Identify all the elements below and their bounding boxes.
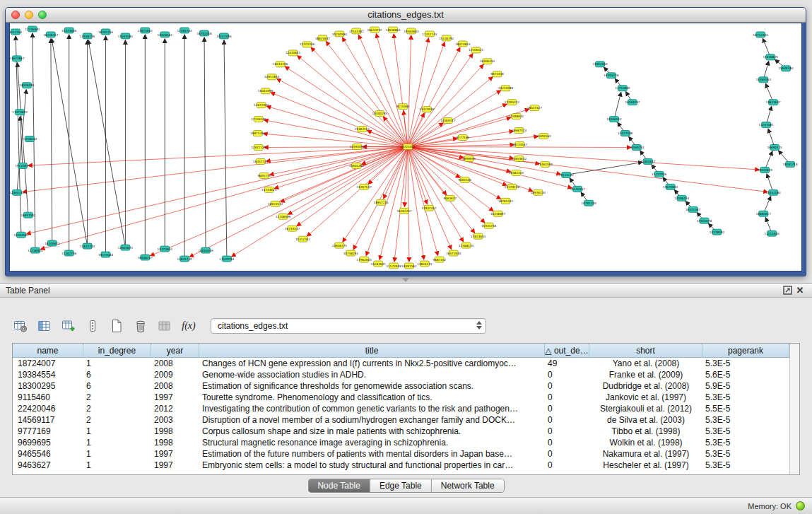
graph-node-label: 15708264	[22, 137, 37, 141]
graph-edge[interactable]	[285, 66, 408, 146]
graph-edge[interactable]	[51, 39, 52, 243]
show-columns-icon[interactable]	[34, 317, 55, 336]
function-builder-icon[interactable]: f(x)	[178, 317, 199, 336]
graph-edge[interactable]	[408, 38, 428, 147]
new-table-icon[interactable]	[106, 317, 127, 336]
graph-edge[interactable]	[408, 123, 443, 147]
network-canvas[interactable]: 1872400719384554183002959115460224200461…	[9, 23, 802, 271]
graph-edge[interactable]	[52, 39, 87, 246]
table-select-value: citations_edges.txt	[218, 321, 288, 331]
graph-edge[interactable]	[271, 93, 408, 147]
table-row[interactable]: 1456911722003Disruption of a novel membe…	[13, 414, 789, 426]
row-height-icon[interactable]	[82, 317, 103, 336]
tab-edge-table[interactable]: Edge Table	[370, 479, 432, 492]
import-table-icon[interactable]	[154, 317, 175, 336]
table-row[interactable]: 911546021997Tourette syndrome. Phenomeno…	[13, 392, 789, 403]
graph-edge[interactable]	[408, 147, 767, 192]
graph-edge[interactable]	[270, 147, 408, 175]
column-header-short[interactable]: short	[589, 344, 702, 357]
graph-edge[interactable]	[307, 147, 408, 237]
graph-edge[interactable]	[264, 147, 408, 148]
graph-node-label: 14378092	[710, 230, 725, 234]
graph-edge[interactable]	[274, 147, 408, 189]
table-row[interactable]: 946362711997Embryonic stem cells: a mode…	[13, 460, 789, 471]
graph-edge[interactable]	[376, 34, 408, 147]
graph-edge[interactable]	[408, 147, 493, 211]
panel-resize-handle[interactable]	[396, 277, 416, 283]
graph-edge[interactable]	[394, 34, 408, 147]
close-panel-icon[interactable]: ✕	[794, 285, 806, 296]
float-panel-icon[interactable]	[781, 285, 794, 296]
graph-edge[interactable]	[404, 147, 408, 207]
table-cell: Tourette syndrome. Phenomenology and cla…	[199, 392, 545, 403]
graph-node-label: 12515152	[559, 173, 575, 177]
table-select-combo[interactable]: citations_edges.txt	[211, 318, 486, 334]
graph-edge[interactable]	[408, 42, 445, 147]
graph-edge[interactable]	[408, 47, 460, 146]
graph-edge[interactable]	[408, 147, 464, 242]
graph-edge[interactable]	[408, 117, 511, 146]
graph-node-label: 18765432	[498, 199, 514, 203]
window-titlebar[interactable]: citations_edges.txt	[6, 8, 806, 23]
table-row[interactable]: 1830029562008Estimation of significance …	[13, 380, 789, 392]
table-row[interactable]: 1872400712008Changes of HCN gene express…	[13, 358, 789, 369]
graph-edge[interactable]	[342, 37, 408, 146]
graph-edge[interactable]	[224, 40, 227, 259]
create-column-icon[interactable]	[58, 317, 79, 336]
graph-edge[interactable]	[16, 36, 21, 235]
table-cell: 0	[545, 460, 589, 471]
minimize-button[interactable]	[25, 11, 33, 19]
graph-edge[interactable]	[20, 117, 23, 166]
graph-node-label: 18880617	[756, 212, 772, 216]
table-cell: 1997	[151, 460, 199, 471]
graph-edge[interactable]	[408, 147, 438, 256]
graph-node-label: 13846275	[332, 244, 348, 247]
graph-edge[interactable]	[408, 147, 409, 262]
graph-edge[interactable]	[204, 37, 206, 250]
graph-edge[interactable]	[408, 35, 411, 147]
column-header-title[interactable]: title	[199, 344, 545, 357]
graph-edge[interactable]	[408, 64, 483, 146]
table-cell: 0	[545, 403, 589, 414]
graph-node-label: 12468135	[459, 244, 474, 247]
column-header-in_degree[interactable]: in_degree	[83, 344, 151, 357]
table-vertical-scrollbar[interactable]	[789, 344, 799, 474]
graph-node-label: 10781209	[581, 201, 596, 205]
table-row[interactable]: 969969511998Structural magnetic resonanc…	[13, 437, 789, 448]
graph-node-label: 16238457	[43, 33, 59, 37]
table-cell: 0	[545, 414, 589, 426]
graph-edge[interactable]	[408, 147, 759, 170]
graph-edge[interactable]	[408, 145, 514, 147]
table-type-tabs: Node TableEdge TableNetwork Table	[307, 479, 504, 493]
close-button[interactable]	[11, 11, 20, 19]
graph-edge[interactable]	[408, 147, 427, 204]
graph-edge[interactable]	[23, 147, 408, 192]
graph-edge[interactable]	[27, 147, 408, 234]
graph-node-label: 14210098	[498, 86, 514, 90]
table-row[interactable]: 2242004622012Investigating the contribut…	[13, 403, 789, 414]
column-header-name[interactable]: name	[13, 344, 83, 357]
table-row[interactable]: 977716911998Corpus callosum shape and si…	[13, 426, 789, 437]
delete-table-icon[interactable]	[130, 317, 151, 336]
graph-edge[interactable]	[298, 56, 408, 147]
table-row[interactable]: 946554611997Estimation of the future num…	[13, 448, 789, 460]
column-header-year[interactable]: year	[151, 344, 199, 357]
graph-node-label: 11007537	[357, 185, 372, 189]
table-mode-icon[interactable]	[10, 317, 31, 336]
graph-node-label: 12560743	[10, 191, 25, 194]
graph-edge[interactable]	[88, 40, 125, 247]
graph-node-label: 18046293	[19, 83, 35, 87]
tab-node-table[interactable]: Node Table	[308, 479, 370, 492]
table-row[interactable]: 1938455462009Genome-wide association stu…	[13, 369, 789, 380]
column-header-pagerank[interactable]: pagerank	[702, 344, 789, 357]
column-header-out_de[interactable]: △ out_de…	[545, 344, 589, 357]
tab-network-table[interactable]: Network Table	[432, 479, 504, 492]
graph-node-label: 16906453	[480, 59, 495, 63]
graph-edge[interactable]	[566, 162, 642, 175]
zoom-button[interactable]	[38, 11, 47, 19]
graph-edge[interactable]	[408, 147, 501, 199]
graph-edge[interactable]	[264, 120, 408, 147]
network-graph[interactable]: 1872400719384554183002959115460224200461…	[10, 23, 801, 271]
table-cell: 1997	[151, 392, 199, 403]
graph-edge[interactable]	[614, 93, 621, 119]
